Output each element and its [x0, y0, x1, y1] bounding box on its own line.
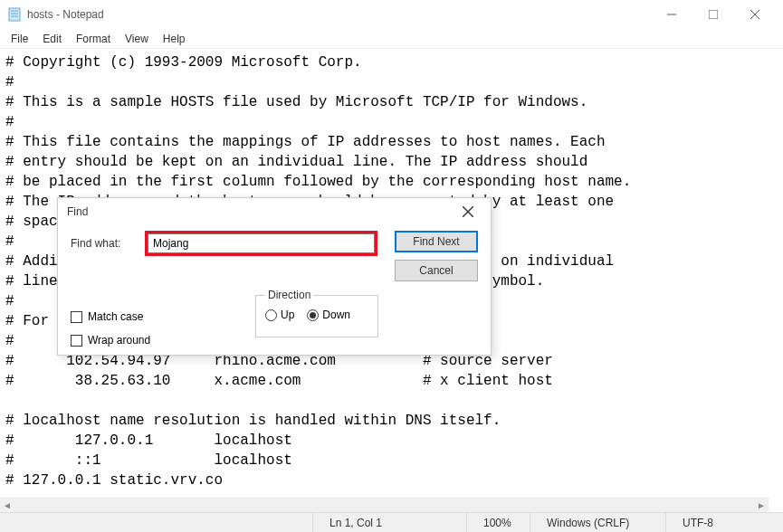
find-input-highlight — [145, 231, 377, 256]
status-encoding: UTF-8 — [665, 513, 783, 532]
wrap-around-checkbox[interactable]: Wrap around — [71, 334, 150, 347]
close-button[interactable] — [734, 0, 776, 29]
direction-up-label: Up — [281, 309, 294, 321]
radio-icon — [307, 309, 319, 321]
find-close-button[interactable] — [454, 198, 482, 225]
status-position: Ln 1, Col 1 — [312, 513, 466, 532]
menu-format[interactable]: Format — [69, 31, 118, 47]
maximize-button[interactable] — [692, 0, 734, 29]
direction-group: Direction Up Down — [255, 289, 378, 337]
minimize-button[interactable] — [651, 0, 692, 29]
window-title: hosts - Notepad — [27, 8, 104, 21]
match-case-label: Match case — [88, 310, 143, 323]
find-titlebar: Find — [58, 198, 491, 225]
match-case-checkbox[interactable]: Match case — [71, 310, 150, 323]
direction-legend: Direction — [265, 289, 313, 301]
find-dialog-title: Find — [67, 205, 454, 218]
menu-view[interactable]: View — [118, 31, 156, 47]
menu-file[interactable]: File — [4, 31, 35, 47]
direction-down-label: Down — [322, 309, 350, 321]
scroll-right-icon[interactable]: ► — [754, 499, 769, 513]
svg-rect-5 — [709, 10, 718, 19]
find-next-button[interactable]: Find Next — [395, 231, 478, 252]
scroll-left-icon[interactable]: ◄ — [0, 499, 14, 513]
titlebar: hosts - Notepad — [0, 0, 783, 29]
wrap-around-label: Wrap around — [88, 334, 150, 347]
window-controls — [651, 0, 776, 29]
radio-icon — [265, 309, 277, 321]
menubar: File Edit Format View Help — [0, 29, 783, 49]
status-zoom: 100% — [466, 513, 530, 532]
direction-down-radio[interactable]: Down — [307, 309, 350, 321]
cancel-button[interactable]: Cancel — [395, 260, 478, 281]
checkbox-icon — [71, 335, 82, 347]
status-line-ending: Windows (CRLF) — [530, 513, 665, 532]
direction-up-radio[interactable]: Up — [265, 309, 294, 321]
find-what-input[interactable] — [148, 233, 375, 253]
find-dialog: Find Find what: Find Next Cancel Directi… — [57, 197, 492, 356]
find-what-label: Find what: — [71, 237, 145, 250]
svg-rect-0 — [9, 8, 20, 21]
menu-edit[interactable]: Edit — [35, 31, 69, 47]
menu-help[interactable]: Help — [156, 31, 193, 47]
checkbox-icon — [71, 311, 82, 323]
horizontal-scrollbar[interactable]: ◄ ► — [0, 498, 783, 512]
statusbar: Ln 1, Col 1 100% Windows (CRLF) UTF-8 — [0, 512, 783, 532]
notepad-icon — [7, 7, 22, 22]
